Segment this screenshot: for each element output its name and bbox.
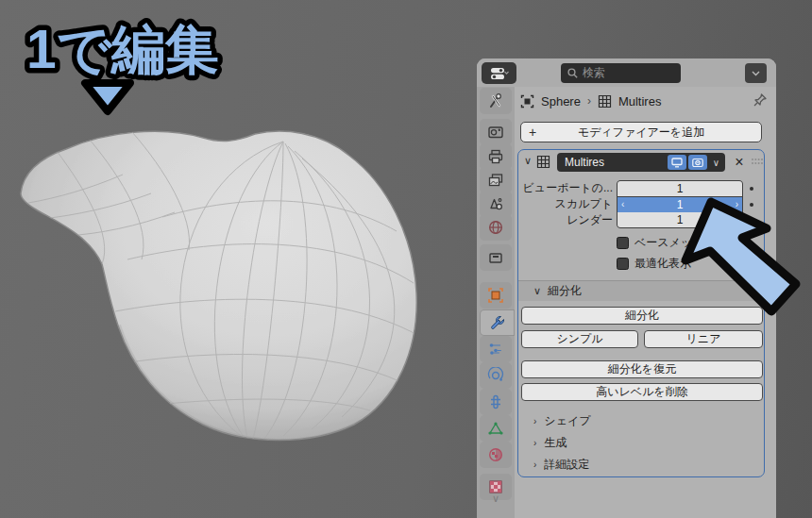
modifier-close-button[interactable]: × [731,153,748,172]
tab-render-properties[interactable] [480,119,512,145]
add-modifier-button[interactable]: + モディファイアーを追加 [520,122,762,142]
decrement-arrow-icon[interactable]: ‹ [621,197,624,212]
particles-icon [487,341,504,358]
properties-editor: 検索 [477,58,776,518]
constraint-clamp-icon [487,393,504,410]
search-input[interactable]: 検索 [561,63,681,83]
tab-view-layer-properties[interactable] [480,167,512,193]
sculpt-base-mesh-checkbox[interactable] [617,237,629,249]
wireframe-lines [28,132,417,439]
drag-handle-icon[interactable] [751,158,764,165]
properties-content: Sphere › Multires + モディファイアーを追加 ∨ [515,87,776,518]
search-icon [567,68,578,78]
search-placeholder: 検索 [583,65,605,81]
subdivide-button[interactable]: 細分化 [521,307,763,325]
render-levels-field[interactable]: 1 [617,212,742,227]
tab-object-data-properties[interactable] [480,415,512,442]
object-square-icon [487,287,504,304]
panel-expand-chevron-icon[interactable]: ∨ [524,155,532,167]
chevron-right-icon: › [533,438,536,448]
tab-tool-properties[interactable] [480,88,512,114]
chevron-down-icon [752,71,760,76]
tab-physics-properties[interactable] [480,362,512,389]
multires-grid-icon [536,155,550,169]
images-stack-icon [487,172,504,189]
sculpt-base-mesh-row: ベースメッシュをスカ [617,235,751,251]
sculpt-base-mesh-label: ベースメッシュをスカ [634,235,751,251]
tab-world-properties[interactable] [480,214,512,241]
render-levels-label: レンダー [521,212,613,228]
breadcrumb: Sphere › Multires [520,91,661,111]
mesh-data-icon [487,420,504,437]
blender-window: 1で編集 検索 [0,0,812,518]
tab-collection-properties[interactable] [480,244,512,271]
tool-icon [487,92,504,109]
scene-icon [487,195,504,212]
collection-box-icon [487,249,504,266]
breadcrumb-modifier: Multires [618,94,662,109]
material-sphere-icon [487,446,504,463]
chevron-right-icon: › [533,460,536,470]
optimal-display-checkbox[interactable] [617,258,629,270]
viewport-display-toggle[interactable] [668,155,686,170]
render-display-toggle[interactable] [688,155,707,170]
subdivide-simple-button[interactable]: シンプル [521,330,638,348]
properties-editor-icon [490,67,509,80]
chevron-down-icon: ∨ [533,285,541,297]
header-menu-button[interactable] [745,63,767,83]
subdivision-title: 細分化 [548,283,582,299]
breadcrumb-object: Sphere [541,94,581,109]
rebuild-subdivisions-button[interactable]: 細分化を復元 [521,360,763,378]
annotation-text: 1で編集 [26,19,219,79]
camera-back-icon [487,124,504,141]
annotation-arrow-down-icon [85,83,130,111]
modifier-name-field[interactable]: Multires [557,153,725,172]
world-globe-icon [487,219,504,236]
animate-decorator-dot[interactable] [750,260,753,264]
sculpt-levels-label: スカルプト [521,196,613,212]
tab-object-constraint-properties[interactable] [480,389,512,415]
animate-decorator-dot[interactable] [750,219,753,223]
physics-icon [487,367,504,384]
section-advanced[interactable]: › 詳細設定 [533,457,589,473]
animate-decorator-dot[interactable] [750,203,753,207]
wrench-icon [489,314,506,331]
optimal-display-label: 最適化表示 [634,256,691,272]
object-origin-icon [520,94,534,109]
modifier-header: ∨ Multires [518,150,764,175]
tab-scene-properties[interactable] [480,191,512,217]
delete-higher-levels-button[interactable]: 高いレベルを削除 [521,383,763,401]
subdivision-subpanel-header[interactable]: ∨ 細分化 [518,280,764,301]
modifier-name: Multires [557,156,668,169]
animate-decorator-dot[interactable] [750,187,753,191]
modifier-extras-dropdown[interactable]: ∨ [709,158,725,168]
level-fields-group: 1 ‹ 1 › 1 [617,180,743,228]
increment-arrow-icon[interactable]: › [736,197,738,212]
tab-object-properties[interactable] [480,282,512,309]
render-camera-icon [692,158,703,168]
multires-modifier-panel: ∨ Multires [517,149,765,477]
monitor-icon [671,158,683,168]
section-shape[interactable]: › シェイプ [533,413,590,429]
viewport-levels-field[interactable]: 1 [617,181,742,196]
breadcrumb-separator: › [587,94,591,108]
tab-modifier-properties[interactable] [480,309,515,336]
properties-header: 検索 [477,58,776,88]
tab-material-properties[interactable] [480,442,512,468]
pin-icon[interactable] [753,92,768,108]
multires-grid-icon [598,94,612,109]
tab-particle-properties[interactable] [480,336,512,362]
viewport-levels-label: ビューポートの... [521,180,613,196]
optimal-display-row: 最適化表示 [617,256,691,272]
section-generate[interactable]: › 生成 [533,435,567,451]
printer-icon [487,148,504,165]
chevron-right-icon: › [533,416,536,426]
editor-type-button[interactable] [482,62,516,84]
tabs-overflow-chevron-icon[interactable]: ∨ [477,493,515,505]
properties-tab-strip: ∨ [477,87,515,518]
subdivide-linear-button[interactable]: リニア [644,330,763,348]
tab-output-properties[interactable] [480,143,512,170]
sculpt-levels-field[interactable]: ‹ 1 › [617,197,742,212]
plus-icon: + [529,123,536,142]
